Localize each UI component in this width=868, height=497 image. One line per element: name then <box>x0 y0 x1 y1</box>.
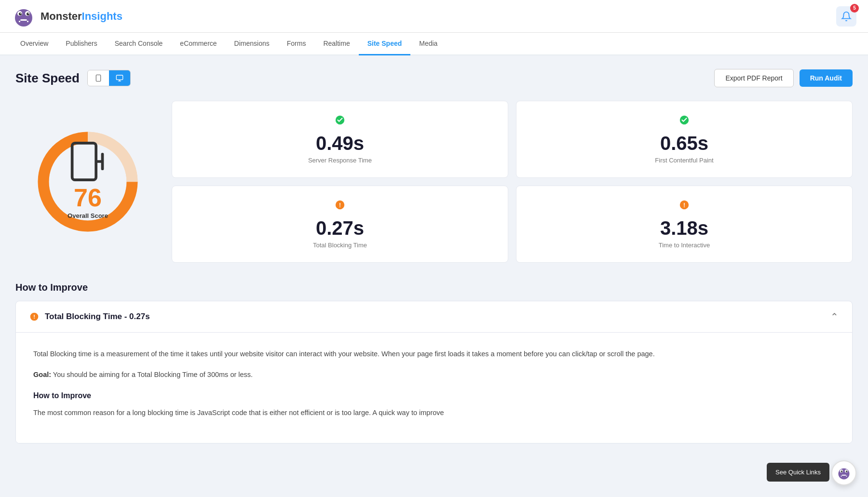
page-title: Site Speed <box>15 71 80 86</box>
svg-rect-12 <box>96 75 100 81</box>
metric-value-0: 0.49s <box>316 133 364 154</box>
svg-rect-20 <box>72 143 96 180</box>
desktop-icon <box>116 74 123 82</box>
desktop-device-btn[interactable] <box>109 70 130 86</box>
metric-card-first-contentful: 0.65s First Contentful Paint <box>516 101 853 178</box>
logo-area: MonsterInsights <box>12 4 122 28</box>
svg-point-5 <box>19 13 22 15</box>
accordion-para-2: The most common reason for a long blocki… <box>33 407 835 419</box>
metric-value-3: 3.18s <box>660 217 708 239</box>
accordion-subtitle: How to Improve <box>33 389 835 402</box>
metric-card-time-interactive: ! 3.18s Time to Interactive <box>516 186 853 263</box>
page-title-actions: Export PDF Report Run Audit <box>714 69 853 87</box>
metric-card-server-response: 0.49s Server Response Time <box>172 101 508 178</box>
score-section: 76 Overall Score 0.49s Server Response T… <box>15 101 853 263</box>
donut-score: 76 <box>68 185 108 210</box>
chevron-up-icon: ⌃ <box>830 311 839 322</box>
accordion-header[interactable]: ! Total Blocking Time - 0.27s ⌃ <box>16 301 852 333</box>
nav-item-search-console[interactable]: Search Console <box>106 33 172 55</box>
header-right: 5 <box>836 6 856 27</box>
metric-label-3: Time to Interactive <box>659 242 710 249</box>
metric-label-1: First Contentful Paint <box>655 157 713 164</box>
metric-status-icon-0 <box>335 115 345 128</box>
accordion-header-left: ! Total Blocking Time - 0.27s <box>29 312 150 322</box>
metric-label-2: Total Blocking Time <box>313 242 367 249</box>
page-title-left: Site Speed <box>15 70 131 86</box>
svg-rect-10 <box>19 21 20 22</box>
brand-name: MonsterInsights <box>41 10 122 23</box>
goal-label: Goal: <box>33 371 51 378</box>
nav-item-dimensions[interactable]: Dimensions <box>226 33 278 55</box>
metric-status-icon-2: ! <box>335 200 345 213</box>
svg-point-7 <box>20 13 21 14</box>
metrics-grid: 0.49s Server Response Time 0.65s First C… <box>172 101 853 263</box>
notification-button[interactable]: 5 <box>836 6 856 27</box>
svg-rect-11 <box>27 21 28 22</box>
accordion-body: Total Blocking time is a measurement of … <box>16 333 852 443</box>
mobile-icon <box>95 74 102 82</box>
donut-chart: 76 Overall Score <box>32 126 143 237</box>
donut-monitor-icon <box>68 144 108 182</box>
page-title-row: Site Speed <box>15 69 853 87</box>
mobile-device-btn[interactable] <box>88 70 109 86</box>
export-pdf-button[interactable]: Export PDF Report <box>714 69 793 87</box>
device-toggle <box>87 70 131 86</box>
svg-rect-14 <box>116 75 122 80</box>
svg-text:!: ! <box>33 314 35 320</box>
donut-label: Overall Score <box>68 212 108 219</box>
svg-point-6 <box>27 13 29 15</box>
nav-item-publishers[interactable]: Publishers <box>57 33 106 55</box>
notification-badge: 5 <box>850 4 859 13</box>
metric-status-icon-1 <box>679 115 690 128</box>
logo-icon <box>12 4 36 28</box>
metric-value-1: 0.65s <box>660 133 708 154</box>
accordion-para-1: Total Blocking time is a measurement of … <box>33 348 835 360</box>
nav-item-site-speed[interactable]: Site Speed <box>359 33 411 55</box>
nav-item-media[interactable]: Media <box>410 33 446 55</box>
svg-text:!: ! <box>339 202 341 209</box>
metric-status-icon-3: ! <box>679 200 690 213</box>
improve-title: How to Improve <box>15 282 853 293</box>
donut-center: 76 Overall Score <box>68 144 108 219</box>
svg-rect-9 <box>20 19 27 21</box>
donut-wrapper: 76 Overall Score <box>15 117 160 247</box>
nav-item-realtime[interactable]: Realtime <box>314 33 358 55</box>
accordion-title: Total Blocking Time - 0.27s <box>45 312 150 322</box>
run-audit-button[interactable]: Run Audit <box>800 69 853 87</box>
improve-section: How to Improve ! Total Blocking Time - 0… <box>15 282 853 443</box>
metric-value-2: 0.27s <box>316 217 364 239</box>
accordion-blocking-time: ! Total Blocking Time - 0.27s ⌃ Total Bl… <box>15 301 853 443</box>
bell-icon <box>841 11 852 22</box>
main-content: Site Speed <box>0 55 868 457</box>
nav-item-overview[interactable]: Overview <box>12 33 57 55</box>
metric-label-0: Server Response Time <box>308 157 372 164</box>
nav-item-forms[interactable]: Forms <box>278 33 315 55</box>
svg-point-8 <box>28 13 29 14</box>
goal-text: You should be aiming for a Total Blockin… <box>51 371 253 378</box>
svg-text:!: ! <box>683 202 685 209</box>
metric-card-total-blocking: ! 0.27s Total Blocking Time <box>172 186 508 263</box>
main-nav: Overview Publishers Search Console eComm… <box>0 33 868 55</box>
accordion-warn-icon: ! <box>29 312 39 322</box>
nav-item-ecommerce[interactable]: eCommerce <box>171 33 225 55</box>
accordion-goal: Goal: You should be aiming for a Total B… <box>33 369 835 381</box>
header: MonsterInsights 5 <box>0 0 868 33</box>
